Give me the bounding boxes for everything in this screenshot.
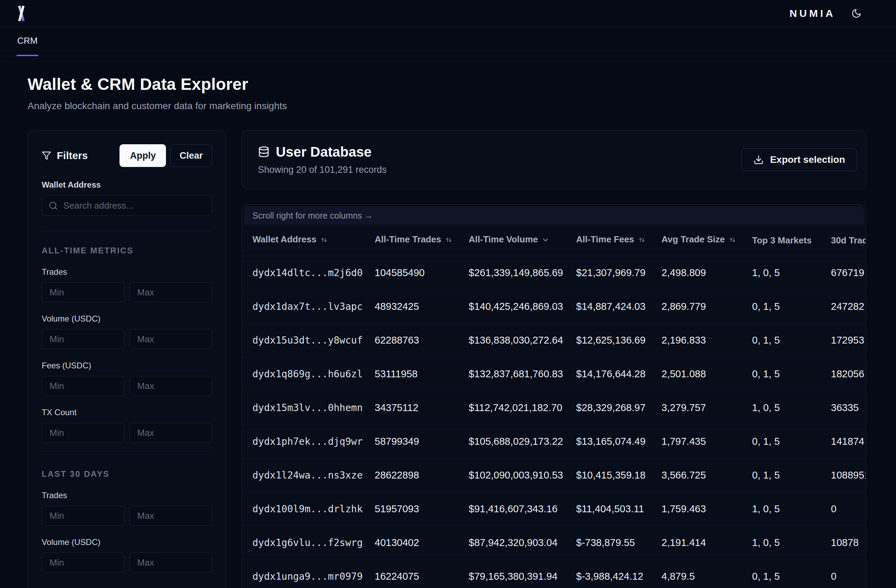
- table-row[interactable]: dydx1g6vlu...f2swrg40130402$87,942,320,9…: [242, 526, 866, 560]
- table-row[interactable]: dydx1q869g...h6u6zl53111958$132,837,681,…: [242, 357, 866, 391]
- cell-avg-trade-size: 3,566.725: [651, 459, 742, 492]
- cell-all-time-volume: $112,742,021,182.70: [458, 391, 566, 425]
- theme-toggle-button[interactable]: [851, 8, 862, 18]
- divider: [42, 454, 212, 455]
- cell-wallet-address: dydx1q869g...h6u6zl: [242, 357, 364, 391]
- filter-sections: ALL-TIME METRICSTradesVolume (USDC)Fees …: [42, 231, 212, 573]
- column-header-wallet-address[interactable]: Wallet Address: [242, 225, 364, 256]
- column-header-30d-trades: 30d Trades: [821, 225, 866, 256]
- cell-30d-trades: 141874: [821, 425, 866, 459]
- column-header-all-time-trades[interactable]: All-Time Trades: [364, 225, 458, 256]
- filter-funnel-icon: [42, 151, 51, 160]
- cell-all-time-fees: $13,165,074.49: [566, 425, 651, 459]
- min-input-tx-count[interactable]: [42, 423, 125, 443]
- cell-all-time-volume: $91,416,607,343.16: [458, 492, 566, 526]
- table-row[interactable]: dydx1dax7t...lv3apc48932425$140,425,246,…: [242, 290, 866, 324]
- records-summary: Showing 20 of 101,291 records: [258, 165, 387, 175]
- wallet-search-input[interactable]: [42, 195, 212, 216]
- table-row[interactable]: dydx15u3dt...y8wcuf62288763$136,838,030,…: [242, 324, 866, 357]
- filter-field-volume-usdc: Volume (USDC): [42, 314, 212, 349]
- cell-top-3-markets: 0, 1, 5: [742, 324, 821, 357]
- table-row[interactable]: dydx100l9m...drlzhk51957093$91,416,607,3…: [242, 492, 866, 526]
- cell-top-3-markets: 0, 1, 5: [742, 459, 821, 492]
- min-input-volume-usdc[interactable]: [42, 329, 125, 349]
- cell-30d-trades: 36335: [821, 391, 866, 425]
- table-row[interactable]: dydx1unga9...mr097916224075$79,165,380,3…: [242, 560, 866, 588]
- cell-all-time-volume: $87,942,320,903.04: [458, 526, 566, 560]
- table-row[interactable]: dydx15m3lv...0hhemn34375112$112,742,021,…: [242, 391, 866, 425]
- cell-all-time-fees: $-3,988,424.12: [566, 560, 651, 588]
- filter-field-trades: Trades: [42, 267, 212, 302]
- min-input-volume-usdc[interactable]: [42, 553, 125, 573]
- logo-x-icon: [17, 5, 26, 22]
- table-row[interactable]: dydx14dltc...m2j6d0104585490$261,339,149…: [242, 256, 866, 290]
- filter-field-fees-usdc: Fees (USDC): [42, 361, 212, 396]
- min-input-fees-usdc[interactable]: [42, 376, 125, 396]
- column-header-all-time-volume[interactable]: All-Time Volume: [458, 225, 566, 256]
- cell-30d-trades: 0: [821, 492, 866, 526]
- column-label: All-Time Volume: [469, 234, 538, 244]
- cell-all-time-volume: $79,165,380,391.94: [458, 560, 566, 588]
- cell-all-time-fees: $12,625,136.69: [566, 324, 651, 357]
- max-input-trades[interactable]: [130, 506, 212, 526]
- column-header-avg-trade-size[interactable]: Avg Trade Size: [651, 225, 742, 256]
- table-row[interactable]: dydx1ph7ek...djq9wr58799349$105,688,029,…: [242, 425, 866, 459]
- tab-bar: CRM: [0, 27, 896, 56]
- cell-avg-trade-size: 2,498.809: [651, 256, 742, 290]
- cell-wallet-address: dydx15m3lv...0hhemn: [242, 391, 364, 425]
- column-label: Avg Trade Size: [661, 234, 725, 244]
- table-row[interactable]: dydx1l24wa...ns3xze28622898$102,090,003,…: [242, 459, 866, 492]
- moon-icon: [851, 8, 862, 18]
- cell-wallet-address: dydx1unga9...mr0979: [242, 560, 364, 588]
- cell-top-3-markets: 0, 1, 5: [742, 357, 821, 391]
- cell-wallet-address: dydx14dltc...m2j6d0: [242, 256, 364, 290]
- cell-all-time-trades: 62288763: [364, 324, 458, 357]
- brand-name: NUMIA: [789, 8, 835, 19]
- divider: [42, 231, 212, 232]
- export-selection-button[interactable]: Export selection: [741, 148, 857, 171]
- cell-top-3-markets: 1, 0, 5: [742, 256, 821, 290]
- export-selection-label: Export selection: [770, 154, 845, 165]
- cell-wallet-address: dydx1g6vlu...f2swrg: [242, 526, 364, 560]
- column-header-top-3-markets: Top 3 Markets: [742, 225, 821, 256]
- clear-button[interactable]: Clear: [170, 144, 212, 167]
- scroll-hint-banner: Scroll right for more columns →: [244, 206, 864, 225]
- column-header-all-time-fees[interactable]: All-Time Fees: [566, 225, 651, 256]
- cell-top-3-markets: 1, 0, 5: [742, 492, 821, 526]
- cell-all-time-volume: $102,090,003,910.53: [458, 459, 566, 492]
- cell-30d-trades: 247282: [821, 290, 866, 324]
- max-input-tx-count[interactable]: [130, 423, 212, 443]
- cell-wallet-address: dydx100l9m...drlzhk: [242, 492, 364, 526]
- filter-field-label: Trades: [42, 267, 212, 277]
- cell-avg-trade-size: 2,191.414: [651, 526, 742, 560]
- column-label: 30d Trades: [831, 235, 866, 245]
- column-label: All-Time Trades: [375, 234, 441, 244]
- cell-wallet-address: dydx15u3dt...y8wcuf: [242, 324, 364, 357]
- apply-button[interactable]: Apply: [119, 144, 166, 167]
- min-input-trades[interactable]: [42, 282, 125, 302]
- numia-logo[interactable]: [17, 5, 26, 22]
- cell-avg-trade-size: 1,797.435: [651, 425, 742, 459]
- cell-wallet-address: dydx1dax7t...lv3apc: [242, 290, 364, 324]
- max-input-volume-usdc[interactable]: [130, 329, 212, 349]
- top-nav: NUMIA: [0, 0, 896, 27]
- filter-field-label: Trades: [42, 491, 212, 500]
- section-heading-all-time-metrics: ALL-TIME METRICS: [42, 246, 212, 256]
- cell-all-time-trades: 53111958: [364, 357, 458, 391]
- max-input-fees-usdc[interactable]: [130, 376, 212, 396]
- column-label: Wallet Address: [252, 234, 317, 244]
- cell-top-3-markets: 0, 1, 5: [742, 290, 821, 324]
- table-scroll-area[interactable]: Wallet AddressAll-Time TradesAll-Time Vo…: [242, 225, 866, 588]
- cell-all-time-trades: 51957093: [364, 492, 458, 526]
- cell-avg-trade-size: 1,759.463: [651, 492, 742, 526]
- tab-crm[interactable]: CRM: [17, 35, 38, 56]
- max-input-trades[interactable]: [130, 282, 212, 302]
- cell-all-time-trades: 34375112: [364, 391, 458, 425]
- column-label: All-Time Fees: [576, 234, 634, 244]
- sort-icon: [320, 236, 328, 247]
- cell-all-time-fees: $14,176,644.28: [566, 357, 651, 391]
- min-input-trades[interactable]: [42, 506, 125, 526]
- max-input-volume-usdc[interactable]: [130, 553, 212, 573]
- cell-all-time-fees: $11,404,503.11: [566, 492, 651, 526]
- sort-icon: [638, 236, 646, 247]
